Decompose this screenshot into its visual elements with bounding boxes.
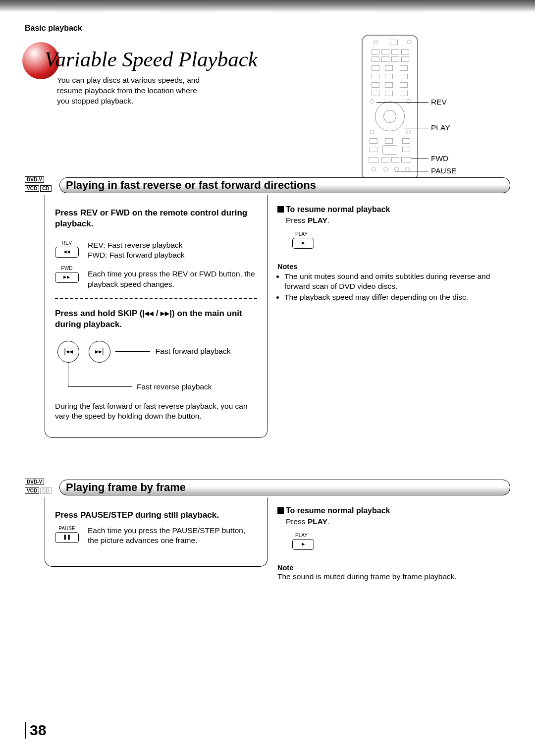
note-text: The sound is muted during frame by frame… (277, 572, 505, 582)
format-badges: DVD-V VCDCD (25, 477, 53, 494)
pause-button-icon: ❚❚ (55, 532, 79, 543)
page-number: 38 (25, 722, 46, 739)
divider (55, 298, 257, 299)
rev-label: REV (55, 240, 79, 246)
badge-vcd: VCD (25, 487, 39, 494)
section-label: Basic playback (25, 24, 82, 33)
section2-right: To resume normal playback Press PLAY. PL… (277, 506, 505, 582)
fwd-button-icon: ▸▸ (55, 272, 79, 283)
callout-line (376, 102, 428, 103)
skip-next-button-icon: ▸▸| (89, 341, 110, 363)
square-bullet-icon (277, 507, 284, 514)
top-gradient (0, 0, 535, 12)
section-heading-2: Playing frame by frame (59, 480, 510, 495)
remote-label-play: PLAY (431, 123, 450, 132)
callout-line (411, 159, 428, 159)
badge-dvdv: DVD-V (25, 176, 44, 183)
play-label: PLAY (295, 533, 505, 538)
square-bullet-icon (277, 206, 284, 213)
notes-list: The unit mutes sound and omits subtitles… (277, 271, 505, 302)
badge-dvdv: DVD-V (25, 479, 44, 485)
intro-text: You can play discs at various speeds, an… (57, 75, 200, 107)
section2-left-box: Press PAUSE/STEP during still playback. … (45, 497, 268, 567)
play-button-icon: ▸ (292, 238, 314, 249)
vary-speed-note: During the fast forward or fast reverse … (55, 401, 257, 421)
remote-label-fwd: FWD (431, 154, 448, 163)
note-item: The unit mutes sound and omits subtitles… (284, 271, 505, 291)
callout-line (404, 128, 428, 128)
resume-heading: To resume normal playback (277, 205, 505, 214)
skip-prev-button-icon: |◂◂ (57, 341, 79, 363)
frame-advance-desc: Each time you press the PAUSE/STEP butto… (88, 526, 257, 545)
remote-label-rev: REV (431, 98, 447, 107)
play-label: PLAY (295, 231, 505, 237)
remote-diagram (362, 35, 418, 180)
format-badges: DVD-V VCDCD (25, 174, 53, 192)
fwd-label: FWD (55, 266, 79, 271)
note-heading: Note (277, 564, 505, 572)
badge-vcd: VCD (25, 185, 39, 192)
instruction-heading-2: Press and hold SKIP (|◂◂ / ▸▸|) on the m… (55, 308, 257, 330)
section1-right: To resume normal playback Press PLAY. PL… (277, 205, 505, 304)
badge-cd-disabled: CD (40, 487, 51, 494)
desc-rev: REV: Fast reverse playback (88, 240, 257, 250)
instruction-heading: Press PAUSE/STEP during still playback. (55, 510, 257, 521)
pause-label: PAUSE (55, 526, 79, 531)
remote-label-pause: PAUSE (431, 166, 456, 175)
section1-left-box: Press REV or FWD on the remote control d… (45, 195, 268, 438)
section-heading-1: Playing in fast reverse or fast forward … (59, 177, 510, 193)
note-item: The playback speed may differ depending … (284, 292, 505, 302)
play-button-icon: ▸ (292, 539, 314, 550)
instruction-heading: Press REV or FWD on the remote control d… (55, 208, 257, 229)
resume-body: Press PLAY. (286, 216, 505, 225)
badge-cd: CD (40, 185, 51, 192)
desc-fwd: FWD: Fast forward playback (88, 250, 257, 260)
resume-body: Press PLAY. (286, 517, 505, 527)
notes-heading: Notes (277, 263, 505, 270)
fr-label: Fast reverse playback (137, 382, 212, 392)
page-title: Variable Speed Playback (45, 47, 258, 71)
rev-button-icon: ◂◂ (55, 247, 79, 258)
resume-heading: To resume normal playback (277, 506, 505, 515)
ff-label: Fast forward playback (156, 347, 231, 355)
callout-line (395, 171, 428, 171)
desc-speed-change: Each time you press the REV or FWD butto… (88, 269, 257, 289)
